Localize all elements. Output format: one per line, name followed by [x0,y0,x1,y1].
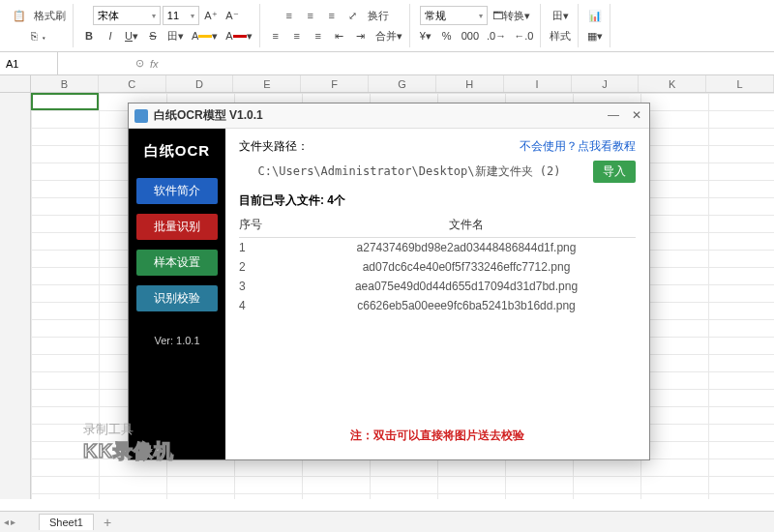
close-icon[interactable]: ✕ [630,109,643,123]
dialog-titlebar[interactable]: 白纸OCR模型 V1.0.1 — ✕ [129,103,649,129]
format-table-icon[interactable]: ▦▾ [584,26,606,45]
add-sheet-button[interactable]: + [98,515,117,530]
sheet-nav-prev-icon[interactable]: ◂ [4,517,9,527]
dialog-title: 白纸OCR模型 V1.0.1 [154,107,607,124]
increase-font-icon[interactable]: A⁺ [201,6,221,25]
align-right-icon[interactable]: ≡ [309,26,328,45]
percent-icon[interactable]: % [437,26,457,45]
col-header[interactable]: B [31,75,99,92]
fill-color-button[interactable]: A▾ [189,26,221,45]
align-top-icon[interactable]: ≡ [280,6,299,25]
font-name-select[interactable]: 宋体▾ [93,6,161,25]
ocr-dialog: 白纸OCR模型 V1.0.1 — ✕ 白纸OCR 软件简介 批量识别 样本设置 … [128,103,650,460]
format-painter-button[interactable]: 格式刷 [31,6,69,25]
col-header[interactable]: I [504,75,572,92]
col-header[interactable]: L [706,75,774,92]
expand-icon[interactable]: ⊙ [135,57,144,70]
active-cell-outline [31,93,99,110]
row-headers [0,93,31,499]
select-all-corner[interactable] [0,75,31,92]
merge-button[interactable]: 合并▾ [372,26,405,45]
col-header[interactable]: K [639,75,706,92]
name-box[interactable] [0,52,58,74]
comma-icon[interactable]: 000 [459,26,482,45]
increase-decimal-icon[interactable]: .0→ [484,26,509,45]
border-button[interactable]: 田▾ [164,26,187,45]
col-header[interactable]: G [369,75,436,92]
underline-button[interactable]: U▾ [122,26,141,45]
nav-intro-button[interactable]: 软件简介 [136,178,218,204]
file-table: 序号 文件名 1 a27437469bd98e2ad03448486844d1f… [239,217,636,418]
col-header[interactable]: F [301,75,369,92]
ocr-brand: 白纸OCR [144,142,210,161]
ribbon-toolbar: 📋 格式刷 ⎘ ▾ 宋体▾ 11▾ A⁺ A⁻ B I U▾ S 田▾ A▾ A… [0,0,774,52]
decrease-decimal-icon[interactable]: ←.0 [511,26,536,45]
formula-bar-row: ⊙ fx [0,52,774,75]
font-size-select[interactable]: 11▾ [163,6,199,25]
path-value: C:\Users\Administrator\Desktop\新建文件夹 (2) [239,163,580,180]
number-format-select[interactable]: 常规▾ [420,6,488,25]
table-row[interactable]: 4 c6626eb5a00eee9fc6ba5241b3b16dd.png [239,296,636,315]
th-index: 序号 [239,217,297,233]
styles-label[interactable]: 样式 [547,26,574,45]
col-header[interactable]: J [572,75,640,92]
decrease-indent-icon[interactable]: ⇤ [330,26,349,45]
table-row[interactable]: 3 aea075e49d0d44d655d17094d31d7bd.png [239,277,636,296]
convert-button[interactable]: 🗔 转换▾ [490,6,533,25]
sheet-tab-bar: ◂ ▸ Sheet1 + [0,511,774,532]
column-headers: B C D E F G H I J K L [0,75,774,93]
app-icon [134,109,148,123]
italic-button[interactable]: I [101,26,120,45]
bold-button[interactable]: B [79,26,99,45]
table-row[interactable]: 1 a27437469bd98e2ad03448486844d1f.png [239,238,636,257]
table-row[interactable]: 2 ad07dc6c4e40e0f5f733246effc7712.png [239,257,636,277]
currency-icon[interactable]: ¥▾ [416,26,435,45]
ocr-sidebar: 白纸OCR 软件简介 批量识别 样本设置 识别校验 Ver: 1.0.1 [129,129,225,459]
font-color-button[interactable]: A▾ [223,26,254,45]
file-count-label: 目前已导入文件: 4个 [239,192,636,209]
th-filename: 文件名 [297,217,636,233]
col-header[interactable]: C [99,75,166,92]
nav-verify-button[interactable]: 识别校验 [136,285,218,311]
copy-button[interactable]: ⎘ ▾ [28,26,50,45]
fx-icon[interactable]: fx [150,58,159,70]
nav-sample-button[interactable]: 样本设置 [136,250,218,276]
col-header[interactable]: H [436,75,504,92]
hint-note: 注：双击可以直接将图片送去校验 [239,428,636,450]
wrap-text-button[interactable]: 换行 [365,6,392,25]
align-left-icon[interactable]: ≡ [266,26,285,45]
align-bottom-icon[interactable]: ≡ [322,6,342,25]
nav-batch-button[interactable]: 批量识别 [136,214,218,240]
ocr-main-panel: 文件夹路径： 不会使用？点我看教程 C:\Users\Administrator… [225,129,649,459]
sheet-tab[interactable]: Sheet1 [39,514,94,530]
align-middle-icon[interactable]: ≡ [301,6,320,25]
increase-indent-icon[interactable]: ⇥ [351,26,371,45]
version-label: Ver: 1.0.1 [154,335,199,346]
help-link[interactable]: 不会使用？点我看教程 [520,138,636,155]
path-label: 文件夹路径： [239,138,309,155]
conditional-format-icon[interactable]: 📊 [585,6,605,25]
col-header[interactable]: E [233,75,301,92]
minimize-icon[interactable]: — [607,109,620,123]
orientation-icon[interactable]: ⤢ [343,6,363,25]
import-button[interactable]: 导入 [593,161,636,183]
cell-styles-button[interactable]: 田▾ [550,6,572,25]
align-center-icon[interactable]: ≡ [287,26,307,45]
paste-icon[interactable]: 📋 [10,6,29,25]
col-header[interactable]: D [166,75,234,92]
strikethrough-button[interactable]: S [143,26,163,45]
sheet-nav-next-icon[interactable]: ▸ [11,517,15,527]
decrease-font-icon[interactable]: A⁻ [223,6,242,25]
